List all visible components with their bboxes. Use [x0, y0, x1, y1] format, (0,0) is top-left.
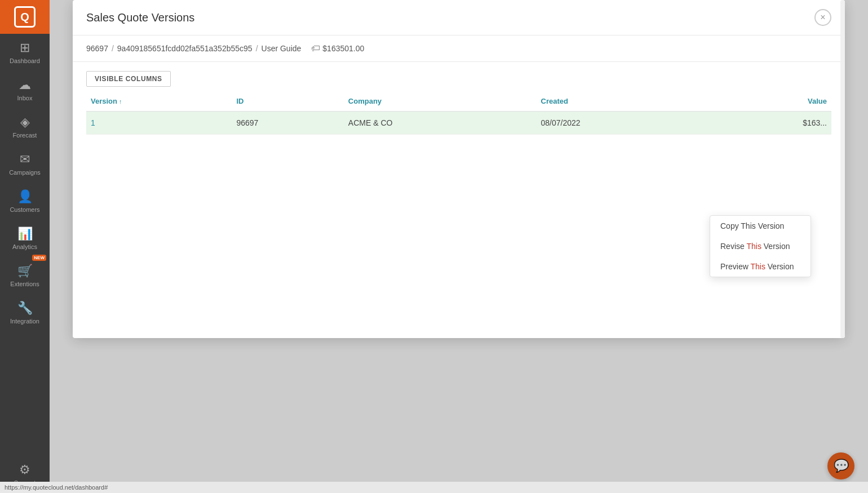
table-row[interactable]: 1 96697 ACME & CO 08/07/2022 $163...	[86, 112, 831, 135]
sidebar: Q ⊞ Dashboard ☁ Inbox ◈ Forecast ✉ Campa…	[0, 0, 50, 493]
cell-id: 96697	[232, 112, 343, 135]
col-header-value[interactable]: Value	[711, 91, 831, 112]
context-menu-item-preview[interactable]: Preview This Version	[710, 256, 811, 277]
highlight-this: This	[746, 242, 761, 251]
breadcrumb-name: User Guide	[262, 44, 302, 53]
col-header-version[interactable]: Version	[86, 91, 232, 112]
logo-icon: Q	[14, 6, 36, 28]
sidebar-item-label: Dashboard	[10, 57, 40, 64]
sidebar-item-customers[interactable]: 👤 Customers	[0, 183, 50, 220]
sidebar-item-analytics[interactable]: 📊 Analytics	[0, 220, 50, 257]
modal-scrollbar[interactable]	[840, 0, 845, 338]
table-header: Version ID Company Created Value	[86, 91, 831, 112]
context-menu-item-copy[interactable]: Copy This Version	[710, 216, 811, 236]
new-badge: NEW	[32, 255, 46, 261]
sidebar-item-campaigns[interactable]: ✉ Campaigns	[0, 145, 50, 183]
modal-header: Sales Quote Versions ×	[73, 0, 845, 35]
sidebar-item-label: Extentions	[10, 281, 39, 287]
tag-icon: 🏷	[311, 43, 320, 54]
close-button[interactable]: ×	[814, 9, 831, 26]
versions-table: Version ID Company Created Value 1 96697…	[86, 91, 831, 135]
col-header-id[interactable]: ID	[232, 91, 343, 112]
main-area: Sales Quote Versions × 96697 / 9a4091856…	[50, 0, 868, 493]
sidebar-item-dashboard[interactable]: ⊞ Dashboard	[0, 34, 50, 71]
col-header-created[interactable]: Created	[537, 91, 712, 112]
sidebar-item-label: Integration	[10, 318, 39, 325]
breadcrumb-value-tag: 🏷 $163501.00	[311, 43, 364, 54]
cell-company: ACME & CO	[344, 112, 537, 135]
analytics-icon: 📊	[17, 226, 33, 241]
table-body: 1 96697 ACME & CO 08/07/2022 $163...	[86, 112, 831, 135]
modal-overlay: Sales Quote Versions × 96697 / 9a4091856…	[50, 0, 868, 493]
customers-icon: 👤	[17, 189, 33, 204]
table-container: Version ID Company Created Value 1 96697…	[73, 91, 845, 135]
status-bar: https://my.quotecloud.net/dashboard#	[0, 482, 868, 493]
col-header-company[interactable]: Company	[344, 91, 537, 112]
breadcrumb-sep-2: /	[256, 44, 258, 53]
modal-title: Sales Quote Versions	[86, 11, 194, 24]
breadcrumb: 96697 / 9a409185651fcdd02fa551a352b55c95…	[73, 35, 845, 62]
breadcrumb-sep-1: /	[112, 44, 114, 53]
status-url: https://my.quotecloud.net/dashboard#	[5, 484, 108, 491]
sidebar-item-label: Campaigns	[9, 169, 41, 176]
sidebar-logo[interactable]: Q	[0, 0, 50, 34]
breadcrumb-hash: 9a409185651fcdd02fa551a352b55c95	[117, 44, 253, 53]
visible-columns-button[interactable]: VISIBLE COLUMNS	[86, 71, 171, 87]
sidebar-item-inbox[interactable]: ☁ Inbox	[0, 71, 50, 108]
context-menu-item-revise[interactable]: Revise This Version	[710, 236, 811, 256]
dashboard-icon: ⊞	[20, 41, 30, 55]
sidebar-item-extentions[interactable]: 🛒 NEW Extentions	[0, 257, 50, 294]
breadcrumb-value: $163501.00	[322, 44, 364, 53]
sidebar-item-label: Forecast	[13, 132, 37, 139]
integration-icon: 🔧	[17, 301, 33, 316]
sidebar-item-integration[interactable]: 🔧 Integration	[0, 294, 50, 331]
sidebar-item-label: Analytics	[12, 243, 37, 250]
forecast-icon: ◈	[20, 115, 30, 130]
highlight-this-2: This	[750, 262, 765, 271]
breadcrumb-quote-id: 96697	[86, 44, 108, 53]
context-menu: Copy This Version Revise This Version Pr…	[710, 215, 811, 277]
cell-created: 08/07/2022	[537, 112, 712, 135]
modal: Sales Quote Versions × 96697 / 9a4091856…	[73, 0, 845, 338]
sidebar-item-label: Customers	[10, 206, 39, 213]
cell-version: 1	[86, 112, 232, 135]
sidebar-item-label: Inbox	[17, 95, 33, 101]
extentions-icon: 🛒	[17, 264, 33, 278]
sidebar-item-forecast[interactable]: ◈ Forecast	[0, 108, 50, 145]
cell-value: $163...	[711, 112, 831, 135]
inbox-icon: ☁	[19, 78, 31, 92]
support-icon: ⚙	[19, 463, 30, 477]
campaigns-icon: ✉	[20, 152, 30, 167]
toolbar: VISIBLE COLUMNS	[73, 62, 845, 91]
